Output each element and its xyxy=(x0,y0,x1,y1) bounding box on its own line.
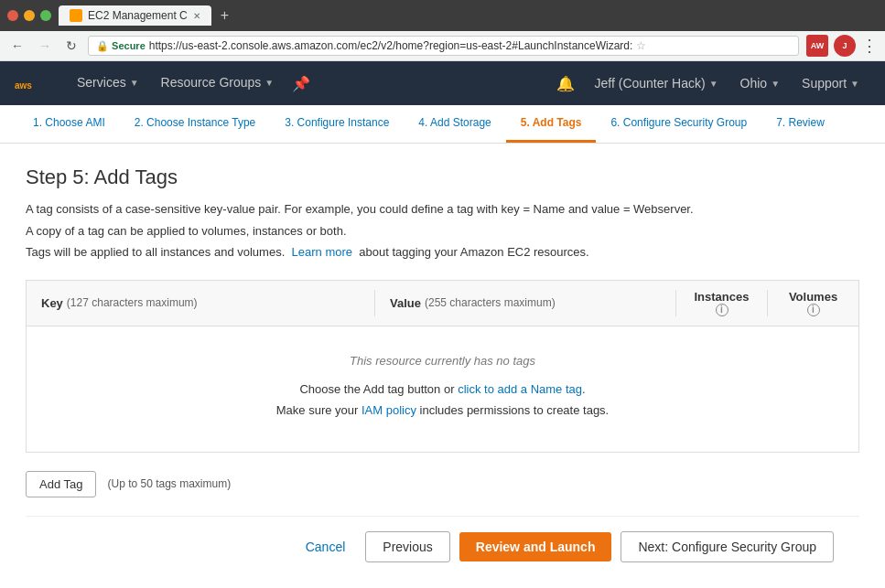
tab-add-storage-label: 4. Add Storage xyxy=(418,116,491,129)
tab-review[interactable]: 7. Review xyxy=(761,105,839,143)
step-desc-3-suffix: about tagging your Amazon EC2 resources. xyxy=(359,245,588,259)
tags-table-header: Key (127 characters maximum) Value (255 … xyxy=(27,281,858,326)
bookmark-icon[interactable]: ☆ xyxy=(636,39,646,52)
add-tag-button[interactable]: Add Tag xyxy=(26,471,96,497)
region-label: Ohio xyxy=(740,76,768,91)
extension-icon-2[interactable]: J xyxy=(834,35,856,57)
nav-region-menu[interactable]: Ohio ▼ xyxy=(729,61,791,105)
tab-add-tags[interactable]: 5. Add Tags xyxy=(506,105,597,143)
tab-ami-label: 1. Choose AMI xyxy=(33,116,105,129)
step-title: Step 5: Add Tags xyxy=(26,166,859,189)
iam-policy-link[interactable]: IAM policy xyxy=(362,403,416,417)
cancel-button[interactable]: Cancel xyxy=(295,532,357,561)
bottom-bar: Cancel Previous Review and Launch Next: … xyxy=(26,516,859,577)
instances-header-label: Instances xyxy=(695,290,750,304)
cta2-prefix: Make sure your xyxy=(276,403,359,417)
secure-badge: 🔒 Secure xyxy=(96,40,146,52)
tab-ami[interactable]: 1. Choose AMI xyxy=(18,105,120,143)
add-tag-section: Add Tag (Up to 50 tags maximum) xyxy=(26,471,859,497)
tab-add-storage[interactable]: 4. Add Storage xyxy=(404,105,505,143)
more-options-icon[interactable]: ⋮ xyxy=(861,36,878,56)
volumes-header-label: Volumes xyxy=(789,290,837,304)
tab-add-tags-label: 5. Add Tags xyxy=(521,116,582,129)
add-name-tag-link[interactable]: click to add a Name tag xyxy=(458,382,582,396)
refresh-button[interactable]: ↻ xyxy=(62,37,81,55)
tab-configure-instance-label: 3. Configure Instance xyxy=(285,116,389,129)
notifications-bell-icon[interactable]: 🔔 xyxy=(547,75,584,92)
active-tab[interactable]: EC2 Management C ✕ xyxy=(59,5,211,26)
support-dropdown-arrow: ▼ xyxy=(850,79,859,89)
toolbar-icons: AW J ⋮ xyxy=(806,35,878,57)
tab-bar: EC2 Management C ✕ + xyxy=(59,5,234,26)
cta1-suffix: . xyxy=(582,382,586,396)
new-tab-button[interactable]: + xyxy=(215,5,234,26)
url-text: https://us-east-2.console.aws.amazon.com… xyxy=(149,39,633,52)
tab-security-group[interactable]: 6. Configure Security Group xyxy=(596,105,761,143)
previous-button[interactable]: Previous xyxy=(365,531,449,562)
close-window-button[interactable] xyxy=(7,10,18,21)
empty-state-message: This resource currently has no tags xyxy=(41,354,844,368)
key-hint: (127 characters maximum) xyxy=(67,296,198,309)
cta2-suffix: includes permissions to create tags. xyxy=(420,403,610,417)
nav-user-menu[interactable]: Jeff (Counter Hack) ▼ xyxy=(584,61,729,105)
forward-button[interactable]: → xyxy=(35,37,55,55)
cta-text-2: Make sure your IAM policy includes permi… xyxy=(41,403,844,417)
user-name: Jeff (Counter Hack) xyxy=(595,76,706,91)
tab-instance-type[interactable]: 2. Choose Instance Type xyxy=(120,105,271,143)
support-label: Support xyxy=(802,76,847,91)
tags-table: Key (127 characters maximum) Value (255 … xyxy=(26,280,859,453)
window-controls xyxy=(7,10,51,21)
learn-more-link[interactable]: Learn more xyxy=(292,245,352,259)
aws-logo: aws xyxy=(15,72,51,94)
tab-security-group-label: 6. Configure Security Group xyxy=(610,116,747,129)
max-tags-hint: (Up to 50 tags maximum) xyxy=(107,477,231,490)
main-content: Step 5: Add Tags A tag consists of a cas… xyxy=(0,144,885,588)
next-button[interactable]: Next: Configure Security Group xyxy=(621,531,834,562)
tab-review-label: 7. Review xyxy=(776,116,825,129)
tab-instance-type-label: 2. Choose Instance Type xyxy=(135,116,256,129)
browser-chrome: EC2 Management C ✕ + xyxy=(0,0,885,31)
volumes-info-icon[interactable]: i xyxy=(807,304,820,316)
extension-icon-1[interactable]: AW xyxy=(806,35,828,57)
tab-close-button[interactable]: ✕ xyxy=(193,11,200,21)
cta1-prefix: Choose the Add tag button or xyxy=(299,382,454,396)
value-hint: (255 characters maximum) xyxy=(425,296,556,309)
nav-resource-groups[interactable]: Resource Groups ▼ xyxy=(150,61,286,105)
resource-groups-dropdown-arrow: ▼ xyxy=(264,78,274,88)
review-and-launch-button[interactable]: Review and Launch xyxy=(459,532,612,561)
cta-text-1: Choose the Add tag button or click to ad… xyxy=(41,382,844,396)
volumes-column-header: Volumes i xyxy=(767,290,858,316)
region-dropdown-arrow: ▼ xyxy=(771,79,780,89)
back-button[interactable]: ← xyxy=(7,37,27,55)
step-desc-2: A copy of a tag can be applied to volume… xyxy=(26,222,859,241)
address-bar: ← → ↻ 🔒 Secure https://us-east-2.console… xyxy=(0,31,885,61)
nav-right: 🔔 Jeff (Counter Hack) ▼ Ohio ▼ Support ▼ xyxy=(547,61,870,105)
wizard-tabs: 1. Choose AMI 2. Choose Instance Type 3.… xyxy=(0,105,885,144)
services-label: Services xyxy=(77,75,126,90)
instances-info-icon[interactable]: i xyxy=(716,304,729,316)
value-column-header: Value (255 characters maximum) xyxy=(374,290,675,316)
instances-column-header: Instances i xyxy=(675,290,767,316)
step-desc-3-prefix: Tags will be applied to all instances an… xyxy=(26,245,285,259)
maximize-window-button[interactable] xyxy=(40,10,51,21)
empty-state: This resource currently has no tags Choo… xyxy=(27,326,858,452)
nav-services[interactable]: Services ▼ xyxy=(66,61,150,105)
user-dropdown-arrow: ▼ xyxy=(709,79,718,89)
tab-title: EC2 Management C xyxy=(88,9,188,22)
resource-groups-label: Resource Groups xyxy=(161,75,262,90)
nav-support-menu[interactable]: Support ▼ xyxy=(791,61,870,105)
minimize-window-button[interactable] xyxy=(24,10,35,21)
key-column-header: Key (127 characters maximum) xyxy=(27,290,374,316)
step-desc-3: Tags will be applied to all instances an… xyxy=(26,243,859,262)
url-bar[interactable]: 🔒 Secure https://us-east-2.console.aws.a… xyxy=(88,36,799,56)
key-header-label: Key xyxy=(41,296,63,310)
aws-nav: aws Services ▼ Resource Groups ▼ 📌 🔔 Jef… xyxy=(0,61,885,105)
tab-configure-instance[interactable]: 3. Configure Instance xyxy=(270,105,404,143)
svg-text:aws: aws xyxy=(15,80,32,91)
value-header-label: Value xyxy=(390,296,421,310)
services-dropdown-arrow: ▼ xyxy=(130,78,139,88)
nav-pin-icon[interactable]: 📌 xyxy=(285,75,318,92)
step-desc-1: A tag consists of a case-sensitive key-v… xyxy=(26,200,859,219)
tab-favicon xyxy=(70,9,82,22)
